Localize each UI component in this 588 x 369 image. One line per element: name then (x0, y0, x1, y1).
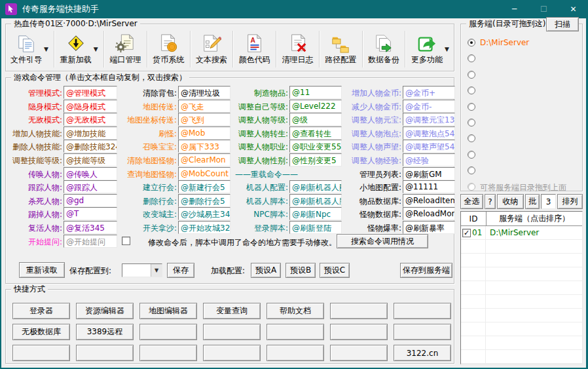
count-edit[interactable]: 3 (541, 194, 556, 209)
shortcut-button[interactable]: 登录器 (12, 303, 70, 319)
table-cell-id (461, 322, 486, 336)
server-list-table: ID 服务端（点击排序） ✓01D:\MirServer (460, 211, 583, 364)
table-cell-id (461, 336, 486, 349)
command-field[interactable]: @开始提问 (64, 235, 117, 248)
batch-button[interactable]: 批 (525, 194, 540, 209)
command-field[interactable]: @调整声望54 (403, 140, 455, 153)
shortcut-button[interactable]: 3389远程 (76, 324, 134, 340)
shortcut-button[interactable]: 变量查询 (203, 303, 261, 319)
chevron-down-icon[interactable]: ▼ (94, 46, 98, 52)
server-slot-radio-8[interactable] (468, 151, 475, 159)
shortcut-button-empty[interactable] (330, 345, 388, 361)
server-slot-radio-4[interactable] (468, 87, 475, 94)
preset-a-button[interactable]: 预设A (251, 263, 281, 278)
toolbar-button-3[interactable]: 端口管理 (107, 29, 143, 69)
table-cell-id: ✓01 (461, 226, 486, 239)
toolbar-button-10[interactable]: 更多功能▼ (409, 29, 451, 69)
toolbar-button-5[interactable]: 文本搜索 (194, 29, 229, 69)
shortcut-button-empty[interactable] (394, 324, 451, 340)
chevron-down-icon[interactable]: ▼ (445, 46, 449, 52)
server-slot-radio-5[interactable] (468, 103, 475, 111)
table-row-empty (461, 267, 582, 281)
command-label: 删除人物技能: (0, 142, 62, 153)
shortcut-button-empty[interactable] (12, 345, 70, 361)
preset-c-button[interactable]: 预设C (320, 263, 350, 278)
app-icon (5, 3, 17, 15)
shortcut-button-empty[interactable] (203, 324, 261, 340)
save-to-server-button[interactable]: 保存到服务端 (400, 263, 452, 278)
copy-pages-icon (16, 33, 36, 53)
command-field[interactable]: @11111 (403, 180, 455, 193)
command-field[interactable]: @调整泡点54 (403, 126, 455, 140)
close-button[interactable]: ✕ (559, 0, 588, 18)
toolbar-button-4[interactable]: 货币系统 (151, 29, 186, 69)
command-field[interactable]: @刷新GM (403, 167, 455, 180)
collapse-button[interactable]: 收纳 (497, 194, 524, 209)
command-label: 开始提问: (0, 237, 62, 248)
toolbar-button-1[interactable]: 文件引导▼ (9, 29, 50, 69)
toolbar-button-7[interactable]: 清理日志 (280, 29, 316, 69)
command-field[interactable]: @金币- (403, 100, 455, 113)
arrange-button[interactable]: 排列 (557, 194, 583, 209)
shortcut-button-empty[interactable] (266, 324, 324, 340)
server-slot-radio-6[interactable] (468, 119, 475, 126)
shortcut-button-empty[interactable] (139, 345, 197, 361)
toolbar-button-8[interactable]: 路径配置 (323, 29, 358, 69)
shortcut-button[interactable]: 资源编辑器 (76, 303, 134, 319)
table-row-empty (461, 350, 582, 364)
command-field[interactable]: @调整元宝1347 (403, 113, 455, 126)
shortcut-button[interactable]: 无极数据库 (12, 324, 70, 340)
shortcut-button-empty[interactable] (330, 303, 388, 319)
toolbar-button-label: 端口管理 (109, 54, 141, 66)
ask-question-checkbox[interactable] (122, 237, 130, 245)
chevron-down-icon[interactable]: ▼ (151, 264, 162, 277)
command-field[interactable]: @ReloadItemDB (403, 194, 455, 207)
server-slot-radio-9[interactable] (468, 166, 475, 174)
shortcut-button-empty[interactable] (139, 324, 197, 340)
command-label: 传唤人物: (0, 169, 62, 180)
toolbar-button-label: 货币系统 (153, 54, 184, 66)
toolbar-button-6[interactable]: A颜色代码 (237, 29, 272, 69)
toolbar-button-label: 路径配置 (325, 54, 356, 66)
chevron-down-icon[interactable]: ▼ (44, 46, 48, 52)
maximize-button[interactable]: ☐ (529, 0, 559, 18)
shortcut-button-empty[interactable] (330, 324, 388, 340)
server-slot-label: 可将服务端目录拖到上面 (480, 182, 566, 193)
row-checkbox[interactable]: ✓ (462, 229, 471, 237)
command-label: 无敌模式: (0, 115, 62, 126)
minimize-button[interactable]: ─ (500, 0, 529, 18)
table-header-id[interactable]: ID (461, 212, 487, 225)
select-all-button[interactable]: 全选 (460, 194, 483, 209)
preset-b-button[interactable]: 预设B (285, 263, 316, 278)
toolbar-button-9[interactable]: 数据备份 (366, 29, 401, 69)
command-field[interactable]: @经验 (403, 153, 455, 166)
help-button[interactable]: ? (485, 194, 496, 209)
delete-log-icon (288, 33, 308, 53)
shortcut-button[interactable]: 地图编辑器 (139, 303, 197, 319)
table-row[interactable]: ✓01D:\MirServer (461, 226, 582, 240)
server-slot-radio-2[interactable] (468, 54, 475, 62)
command-field[interactable]: @ReloadMonste (403, 207, 455, 220)
server-slot-radio-1[interactable] (468, 39, 475, 47)
command-field[interactable]: @刷新暴率 (403, 221, 455, 234)
toolbar-group-title: 热血传奇01区·7000·D:\MirServer (11, 19, 140, 29)
server-slot-radio-3[interactable] (468, 71, 475, 79)
shortcut-button-empty[interactable] (76, 345, 134, 361)
config-slot-select[interactable]: ▼ (122, 263, 162, 277)
search-command-usage-button[interactable]: 搜索命令调用情况 (337, 234, 428, 248)
shortcut-button[interactable]: 3122.cn (394, 345, 451, 361)
reload-config-button[interactable]: 重新读取 (19, 262, 65, 278)
shortcut-button[interactable]: 帮助文档 (266, 303, 324, 319)
table-header-name[interactable]: 服务端（点击排序） (487, 212, 582, 225)
shortcut-button-empty[interactable] (394, 303, 451, 319)
server-slot-radio-7[interactable] (468, 134, 475, 142)
table-row-empty (461, 322, 582, 336)
command-label: 调整人物声望: (303, 142, 401, 153)
command-field[interactable]: @金币+ (403, 86, 455, 99)
save-config-button[interactable]: 保存 (167, 263, 194, 278)
table-row-empty (461, 281, 582, 295)
shortcut-button-empty[interactable] (266, 345, 324, 361)
shortcut-button-empty[interactable] (203, 345, 261, 361)
command-label: 查询地图怪物: (79, 169, 177, 180)
toolbar-button-2[interactable]: 重新加载▼ (58, 29, 100, 69)
